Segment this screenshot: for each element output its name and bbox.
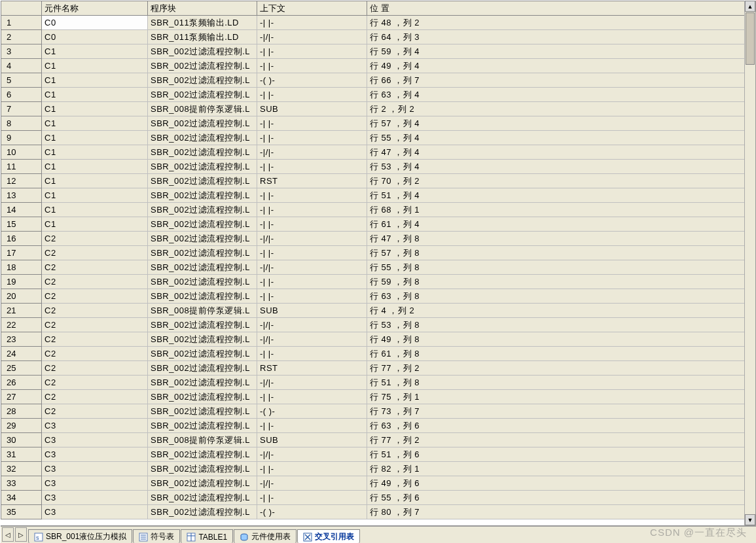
cell-name[interactable]: C0 <box>42 16 148 30</box>
table-row[interactable]: 8C1SBR_002过滤流程控制.L-| |-行 57 ，列 4 <box>1 116 755 131</box>
col-header-context[interactable]: 上下文 <box>257 1 367 16</box>
table-row[interactable]: 4C1SBR_002过滤流程控制.L-| |-行 49 ，列 4 <box>1 59 755 73</box>
cell-name[interactable]: C2 <box>42 275 148 289</box>
row-number[interactable]: 14 <box>1 203 42 217</box>
cell-block[interactable]: SBR_002过滤流程控制.L <box>148 44 257 59</box>
cell-name[interactable]: C3 <box>42 447 148 462</box>
cell-ctx[interactable]: SUB <box>257 304 367 318</box>
cell-name[interactable]: C1 <box>42 44 148 59</box>
table-row[interactable]: 17C2SBR_002过滤流程控制.L-| |-行 57 ，列 8 <box>1 246 755 260</box>
cell-ctx[interactable]: -| |- <box>257 188 367 203</box>
cell-block[interactable]: SBR_002过滤流程控制.L <box>148 160 257 174</box>
row-number[interactable]: 8 <box>1 116 42 131</box>
cell-name[interactable]: C3 <box>42 462 148 476</box>
cell-name[interactable]: C1 <box>42 131 148 145</box>
cell-ctx[interactable]: SUB <box>257 433 367 447</box>
col-header-position[interactable]: 位 置 <box>367 1 755 16</box>
cell-name[interactable]: C1 <box>42 116 148 131</box>
tab-symbol[interactable]: 符号表 <box>133 529 180 543</box>
cell-ctx[interactable]: -| |- <box>257 275 367 289</box>
row-number[interactable]: 12 <box>1 174 42 188</box>
cell-block[interactable]: SBR_002过滤流程控制.L <box>148 232 257 246</box>
cell-pos[interactable]: 行 53 ，列 8 <box>367 318 755 332</box>
cell-ctx[interactable]: -| |- <box>257 131 367 145</box>
cell-pos[interactable]: 行 51 ，列 8 <box>367 376 755 390</box>
cell-block[interactable]: SBR_002过滤流程控制.L <box>148 390 257 404</box>
cell-block[interactable]: SBR_002过滤流程控制.L <box>148 419 257 433</box>
table-row[interactable]: 31C3SBR_002过滤流程控制.L-|/|-行 51 ，列 6 <box>1 447 755 462</box>
cell-name[interactable]: C2 <box>42 232 148 246</box>
cell-pos[interactable]: 行 70 ，列 2 <box>367 174 755 188</box>
cell-block[interactable]: SBR_002过滤流程控制.L <box>148 376 257 390</box>
cell-ctx[interactable]: -|/|- <box>257 145 367 160</box>
cell-name[interactable]: C0 <box>42 30 148 44</box>
corner-cell[interactable] <box>1 1 42 16</box>
cell-ctx[interactable]: -| |- <box>257 347 367 361</box>
cell-block[interactable]: SBR_002过滤流程控制.L <box>148 131 257 145</box>
row-number[interactable]: 23 <box>1 332 42 347</box>
table-row[interactable]: 14C1SBR_002过滤流程控制.L-| |-行 68 ，列 1 <box>1 203 755 217</box>
table-row[interactable]: 21C2SBR_008提前停泵逻辑.LSUB行 4 ，列 2 <box>1 304 755 318</box>
cell-block[interactable]: SBR_002过滤流程控制.L <box>148 347 257 361</box>
row-number[interactable]: 13 <box>1 188 42 203</box>
table-row[interactable]: 5C1SBR_002过滤流程控制.L-( )-行 66 ，列 7 <box>1 73 755 88</box>
cell-block[interactable]: SBR_008提前停泵逻辑.L <box>148 304 257 318</box>
cell-pos[interactable]: 行 66 ，列 7 <box>367 73 755 88</box>
cell-block[interactable]: SBR_002过滤流程控制.L <box>148 275 257 289</box>
row-number[interactable]: 5 <box>1 73 42 88</box>
cell-name[interactable]: C1 <box>42 188 148 203</box>
table-row[interactable]: 10C1SBR_002过滤流程控制.L-|/|-行 47 ，列 4 <box>1 145 755 160</box>
cell-ctx[interactable]: -| |- <box>257 246 367 260</box>
cell-name[interactable]: C2 <box>42 304 148 318</box>
scroll-thumb[interactable] <box>746 12 755 65</box>
cell-pos[interactable]: 行 48 ，列 2 <box>367 16 755 30</box>
cell-name[interactable]: C2 <box>42 246 148 260</box>
cell-ctx[interactable]: -( )- <box>257 505 367 519</box>
table-row[interactable]: 34C3SBR_002过滤流程控制.L-| |-行 55 ，列 6 <box>1 491 755 505</box>
cell-block[interactable]: SBR_002过滤流程控制.L <box>148 361 257 376</box>
row-number[interactable]: 28 <box>1 404 42 419</box>
table-row[interactable]: 12C1SBR_002过滤流程控制.LRST行 70 ，列 2 <box>1 174 755 188</box>
cell-name[interactable]: C1 <box>42 160 148 174</box>
row-number[interactable]: 9 <box>1 131 42 145</box>
cell-name[interactable]: C3 <box>42 505 148 519</box>
cell-block[interactable]: SBR_002过滤流程控制.L <box>148 203 257 217</box>
row-number[interactable]: 20 <box>1 289 42 304</box>
row-number[interactable]: 27 <box>1 390 42 404</box>
cell-ctx[interactable]: -| |- <box>257 462 367 476</box>
row-number[interactable]: 7 <box>1 102 42 116</box>
cell-block[interactable]: SBR_002过滤流程控制.L <box>148 318 257 332</box>
tab-scroll-left[interactable]: ◁ <box>2 527 14 542</box>
cell-pos[interactable]: 行 61 ，列 8 <box>367 347 755 361</box>
cell-pos[interactable]: 行 47 ，列 4 <box>367 145 755 160</box>
table-row[interactable]: 20C2SBR_002过滤流程控制.L-| |-行 63 ，列 8 <box>1 289 755 304</box>
cell-pos[interactable]: 行 80 ，列 7 <box>367 505 755 519</box>
cell-block[interactable]: SBR_011泵频输出.LD <box>148 16 257 30</box>
row-number[interactable]: 16 <box>1 232 42 246</box>
cell-block[interactable]: SBR_002过滤流程控制.L <box>148 332 257 347</box>
cell-ctx[interactable]: -|/|- <box>257 332 367 347</box>
cell-name[interactable]: C2 <box>42 390 148 404</box>
cell-block[interactable]: SBR_008提前停泵逻辑.L <box>148 433 257 447</box>
row-number[interactable]: 4 <box>1 59 42 73</box>
cell-block[interactable]: SBR_002过滤流程控制.L <box>148 505 257 519</box>
cell-name[interactable]: C2 <box>42 332 148 347</box>
cell-pos[interactable]: 行 57 ，列 8 <box>367 246 755 260</box>
cell-pos[interactable]: 行 49 ，列 6 <box>367 476 755 491</box>
cell-ctx[interactable]: -|/|- <box>257 476 367 491</box>
row-number[interactable]: 17 <box>1 246 42 260</box>
cell-pos[interactable]: 行 63 ，列 8 <box>367 289 755 304</box>
cell-pos[interactable]: 行 63 ，列 6 <box>367 419 755 433</box>
cell-ctx[interactable]: RST <box>257 361 367 376</box>
cell-ctx[interactable]: -| |- <box>257 44 367 59</box>
cell-name[interactable]: C1 <box>42 203 148 217</box>
table-row[interactable]: 26C2SBR_002过滤流程控制.L-|/|-行 51 ，列 8 <box>1 376 755 390</box>
cell-block[interactable]: SBR_002过滤流程控制.L <box>148 217 257 232</box>
table-row[interactable]: 30C3SBR_008提前停泵逻辑.LSUB行 77 ，列 2 <box>1 433 755 447</box>
cell-block[interactable]: SBR_002过滤流程控制.L <box>148 491 257 505</box>
cell-ctx[interactable]: -( )- <box>257 404 367 419</box>
cell-name[interactable]: C3 <box>42 491 148 505</box>
col-header-name[interactable]: 元件名称 <box>42 1 148 16</box>
row-number[interactable]: 32 <box>1 462 42 476</box>
row-number[interactable]: 1 <box>1 16 42 30</box>
